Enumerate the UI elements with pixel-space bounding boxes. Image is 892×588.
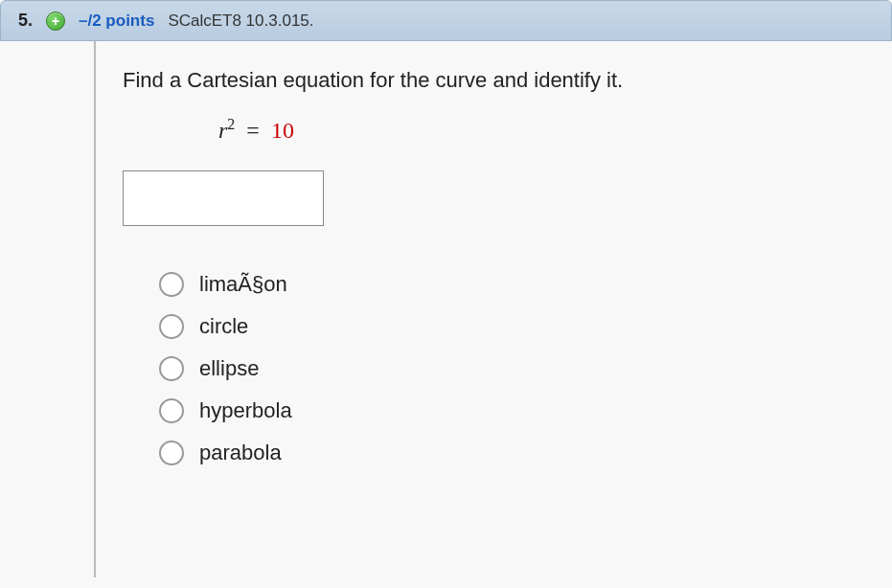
option-label: limaÃ§on — [199, 272, 287, 297]
source-label: SCalcET8 10.3.015. — [168, 11, 313, 31]
radio-icon[interactable] — [159, 314, 184, 339]
equation-value: 10 — [271, 118, 294, 143]
radio-icon[interactable] — [159, 272, 184, 297]
option-label: ellipse — [199, 356, 259, 381]
points-label: –/2 points — [79, 11, 154, 31]
option-circle[interactable]: circle — [159, 314, 873, 339]
equation-equals: = — [246, 118, 260, 143]
question-number: 5. — [18, 11, 33, 31]
equation-exponent: 2 — [227, 116, 235, 132]
plus-icon[interactable]: + — [46, 11, 65, 31]
curve-type-options: limaÃ§on circle ellipse hyperbola parabo… — [159, 272, 873, 465]
option-parabola[interactable]: parabola — [159, 441, 873, 465]
option-label: hyperbola — [199, 398, 292, 423]
question-body: Find a Cartesian equation for the curve … — [96, 41, 892, 577]
option-hyperbola[interactable]: hyperbola — [159, 398, 873, 423]
equation-variable: r — [218, 118, 227, 143]
option-ellipse[interactable]: ellipse — [159, 356, 873, 381]
radio-icon[interactable] — [159, 398, 184, 423]
equation-display: r2 = 10 — [218, 116, 873, 144]
radio-icon[interactable] — [159, 356, 184, 381]
option-label: circle — [199, 314, 248, 339]
option-label: parabola — [199, 441, 282, 465]
option-limacon[interactable]: limaÃ§on — [159, 272, 873, 297]
question-prompt: Find a Cartesian equation for the curve … — [123, 68, 873, 93]
left-gutter — [0, 41, 96, 577]
radio-icon[interactable] — [159, 441, 184, 465]
content-wrap: Find a Cartesian equation for the curve … — [0, 41, 892, 577]
answer-input[interactable] — [123, 170, 324, 226]
question-header: 5. + –/2 points SCalcET8 10.3.015. — [0, 0, 892, 41]
